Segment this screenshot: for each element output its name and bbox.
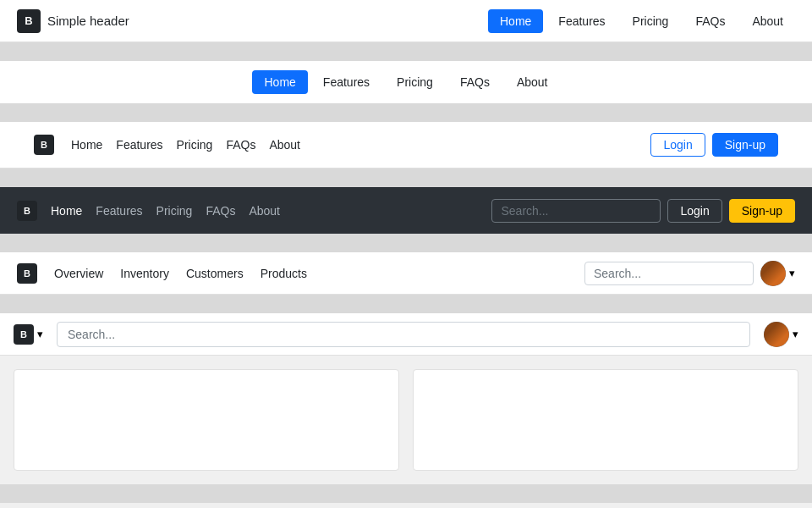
nav-overview-5[interactable]: Overview <box>47 263 110 284</box>
nav-1: Home Features Pricing FAQs About <box>488 9 795 33</box>
nav-home-1[interactable]: Home <box>488 9 543 33</box>
search-input-4[interactable] <box>491 199 661 223</box>
nav-faqs-2[interactable]: FAQs <box>448 70 502 94</box>
nav-home-4[interactable]: Home <box>51 204 82 218</box>
nav-faqs-1[interactable]: FAQs <box>683 9 737 33</box>
logo-text-1: Simple header <box>47 14 129 28</box>
actions-3: Login Sign-up <box>650 133 778 157</box>
search-input-5[interactable] <box>584 262 754 285</box>
card-2 <box>413 369 798 471</box>
divider-bottom <box>0 484 812 503</box>
divider-4 <box>0 234 812 252</box>
avatar-button-5[interactable]: ▾ <box>760 261 795 286</box>
cards-area <box>0 356 812 484</box>
nav-faqs-4[interactable]: FAQs <box>206 204 235 218</box>
chevron-down-icon-5: ▾ <box>789 267 795 279</box>
login-button-4[interactable]: Login <box>667 199 721 223</box>
nav-about-2[interactable]: About <box>505 70 560 94</box>
divider-3 <box>0 168 812 187</box>
nav-3: Home Features Pricing FAQs About <box>71 138 300 152</box>
nav-pricing-3[interactable]: Pricing <box>177 138 213 152</box>
left-6: B ▾ <box>14 324 43 345</box>
nav-products-5[interactable]: Products <box>254 263 314 284</box>
divider-2 <box>0 103 812 122</box>
nav-pricing-1[interactable]: Pricing <box>621 9 681 33</box>
nav-faqs-3[interactable]: FAQs <box>226 138 255 152</box>
nav-pricing-2[interactable]: Pricing <box>385 70 445 94</box>
header-5: B Overview Inventory Customers Products … <box>0 252 812 295</box>
divider-5 <box>0 295 812 313</box>
signup-button-3[interactable]: Sign-up <box>712 133 778 157</box>
logo-area-1: B Simple header <box>17 9 129 33</box>
nav-features-2[interactable]: Features <box>311 70 381 94</box>
login-button-3[interactable]: Login <box>650 133 705 157</box>
header-2: Home Features Pricing FAQs About <box>0 61 812 103</box>
actions-5: ▾ <box>584 261 795 286</box>
logo-icon-6: B <box>14 324 34 345</box>
divider-1 <box>0 42 812 61</box>
logo-icon-1: B <box>17 9 41 33</box>
nav-features-3[interactable]: Features <box>116 138 162 152</box>
signup-button-4[interactable]: Sign-up <box>729 199 795 223</box>
logo-button-6[interactable]: B ▾ <box>14 324 43 345</box>
logo-icon-4: B <box>17 201 37 221</box>
nav-features-4[interactable]: Features <box>96 204 142 218</box>
nav-4: Home Features Pricing FAQs About <box>51 204 280 218</box>
header-6: B ▾ ▾ <box>0 313 812 356</box>
chevron-down-icon-6b: ▾ <box>793 328 798 340</box>
nav-about-1[interactable]: About <box>740 9 795 33</box>
card-1 <box>14 369 399 471</box>
nav-features-1[interactable]: Features <box>546 9 617 33</box>
nav-home-2[interactable]: Home <box>252 70 307 94</box>
header-1: B Simple header Home Features Pricing FA… <box>0 0 812 42</box>
nav-about-3[interactable]: About <box>269 138 300 152</box>
actions-4: Login Sign-up <box>491 199 795 223</box>
avatar-5 <box>760 261 786 286</box>
nav-inventory-5[interactable]: Inventory <box>113 263 176 284</box>
nav-pricing-4[interactable]: Pricing <box>156 204 193 218</box>
nav-about-4[interactable]: About <box>249 204 280 218</box>
header-4: B Home Features Pricing FAQs About Login… <box>0 187 812 234</box>
nav-5: Overview Inventory Customers Products <box>47 263 314 284</box>
logo-icon-5: B <box>17 263 37 284</box>
nav-customers-5[interactable]: Customers <box>179 263 250 284</box>
avatar-button-6[interactable]: ▾ <box>764 322 798 347</box>
search-input-6[interactable] <box>57 322 750 347</box>
logo-icon-3: B <box>34 135 54 155</box>
avatar-6 <box>764 322 789 347</box>
chevron-down-icon-6: ▾ <box>37 328 43 340</box>
nav-2: Home Features Pricing FAQs About <box>252 70 559 94</box>
avatar-img-5 <box>760 261 786 286</box>
avatar-img-6 <box>764 322 789 347</box>
header-3: B Home Features Pricing FAQs About Login… <box>0 122 812 168</box>
nav-home-3[interactable]: Home <box>71 138 102 152</box>
